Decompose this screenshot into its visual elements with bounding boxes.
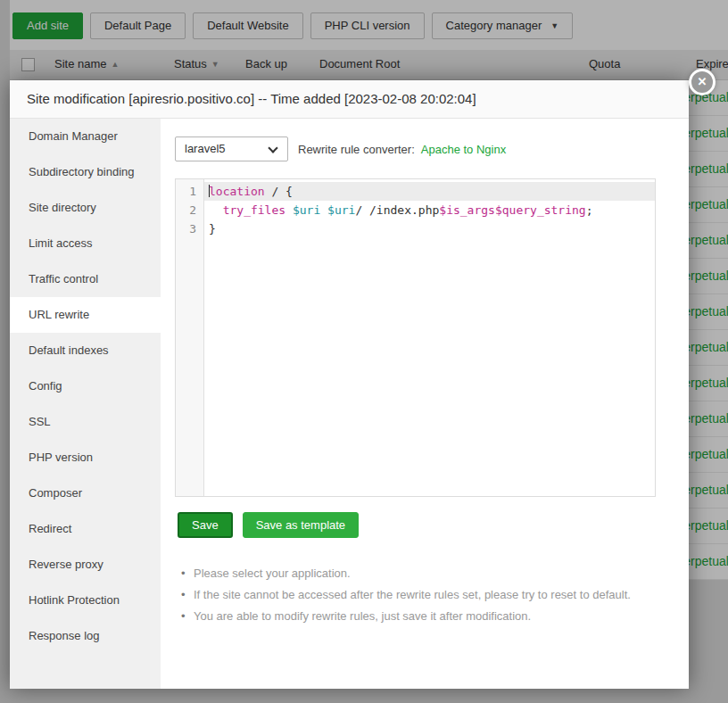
sidebar-item-ssl[interactable]: SSL <box>10 404 161 440</box>
sidebar-item-subdirectory-binding[interactable]: Subdirectory binding <box>10 154 161 190</box>
sidebar-item-redirect[interactable]: Redirect <box>10 511 161 547</box>
sidebar-item-response-log[interactable]: Response log <box>10 618 161 654</box>
sidebar-item-hotlink-protection[interactable]: Hotlink Protection <box>10 583 161 618</box>
sidebar-item-composer[interactable]: Composer <box>10 476 161 511</box>
note-item: You are able to modify rewrite rules, ju… <box>181 606 631 627</box>
rewrite-template-row: laravel5 Rewrite rule converter: Apache … <box>175 136 506 161</box>
editor-lines: 1location / {2 try_files $uri $uri/ /ind… <box>176 179 655 238</box>
editor-line[interactable]: 2 try_files $uri $uri/ /index.php$is_arg… <box>176 201 655 219</box>
rewrite-template-select[interactable]: laravel5 <box>175 136 288 161</box>
note-item: If the site cannot be accessed after the… <box>181 584 631 606</box>
converter-label: Rewrite rule converter: <box>298 143 415 156</box>
site-modification-modal: ✕ Site modification [apiresrio.positivo.… <box>10 80 689 689</box>
rewrite-code-editor[interactable]: 1location / {2 try_files $uri $uri/ /ind… <box>175 178 656 497</box>
sidebar-item-default-indexes[interactable]: Default indexes <box>10 333 161 368</box>
rewrite-notes: Please select your application.If the si… <box>181 563 631 627</box>
sidebar-item-php-version[interactable]: PHP version <box>10 440 161 476</box>
editor-line[interactable]: 3} <box>176 219 655 238</box>
chevron-down-icon <box>268 143 277 153</box>
code-text: try_files $uri $uri/ /index.php$is_args$… <box>204 201 655 219</box>
save-as-template-button[interactable]: Save as template <box>243 512 359 538</box>
note-item: Please select your application. <box>181 563 631 584</box>
modal-title: Site modification [apiresrio.positivo.co… <box>10 80 689 119</box>
sidebar-item-site-directory[interactable]: Site directory <box>10 190 161 226</box>
rewrite-template-selected-value: laravel5 <box>185 142 226 155</box>
sidebar-item-reverse-proxy[interactable]: Reverse proxy <box>10 547 161 583</box>
line-number: 3 <box>176 219 204 238</box>
rewrite-actions: Save Save as template <box>178 512 359 538</box>
sidebar-item-traffic-control[interactable]: Traffic control <box>10 261 161 297</box>
line-number: 2 <box>176 201 204 219</box>
apache-to-nginx-link[interactable]: Apache to Nginx <box>421 143 506 156</box>
url-rewrite-panel: laravel5 Rewrite rule converter: Apache … <box>161 119 689 689</box>
save-button[interactable]: Save <box>178 512 233 538</box>
close-icon[interactable]: ✕ <box>689 69 716 95</box>
sidebar-item-url-rewrite[interactable]: URL rewrite <box>10 297 161 333</box>
code-text: location / { <box>204 182 655 201</box>
line-number: 1 <box>176 182 204 201</box>
sidebar-item-domain-manager[interactable]: Domain Manager <box>10 119 161 154</box>
editor-line[interactable]: 1location / { <box>176 182 655 201</box>
code-text: } <box>204 219 655 238</box>
sidebar-item-config[interactable]: Config <box>10 368 161 404</box>
modal-sidebar: Domain ManagerSubdirectory bindingSite d… <box>10 119 161 689</box>
sidebar-item-limit-access[interactable]: Limit access <box>10 226 161 261</box>
